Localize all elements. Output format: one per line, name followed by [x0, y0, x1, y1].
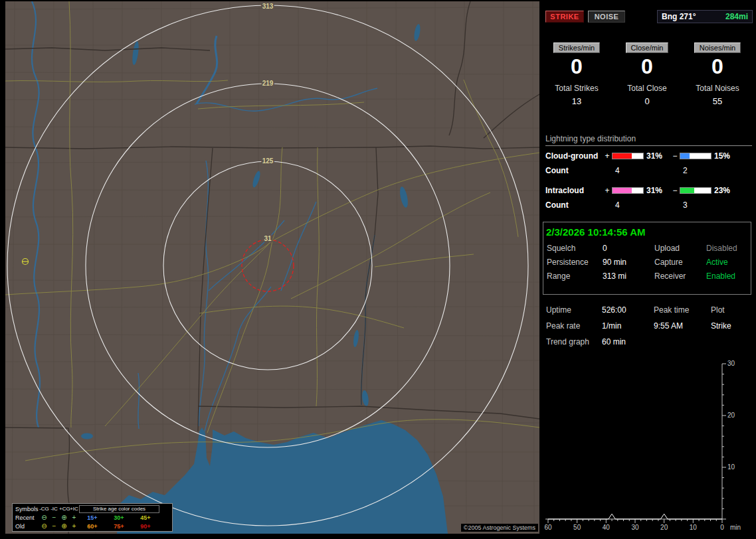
noises-column: Noises/min 0 Total Noises 55	[694, 41, 741, 106]
legend-col-pos-cg: +CG	[59, 506, 69, 512]
noise-mode-button[interactable]: NOISE	[588, 11, 625, 23]
circle-minus-icon: ⊖	[39, 514, 49, 521]
bearing-panel: Bng 271° 284mi	[657, 10, 753, 23]
cloud-ground-label: Cloud-ground	[545, 151, 603, 161]
persistence-value: 90 min	[603, 258, 654, 267]
ic-positive-count: 4	[612, 200, 644, 210]
legend-col-pos-ic: +IC	[69, 506, 79, 512]
trend-graph-chart: 1020306050403020100min	[543, 357, 754, 536]
datetime-status-panel: 2/3/2026 10:14:56 AM Squelch 0 Upload Di…	[543, 222, 751, 295]
svg-text:60: 60	[544, 524, 552, 531]
plot-value: Strike	[711, 321, 751, 331]
legend-age-header: Strike age color codes	[79, 505, 159, 513]
total-close-value: 0	[626, 96, 669, 106]
copyright-text: ©2005 Astrogenic Systems	[461, 524, 538, 532]
age-60: 60+	[79, 523, 106, 530]
count-label: Count	[545, 166, 603, 175]
minus-icon: −	[49, 523, 59, 530]
close-per-min-value: 0	[626, 54, 669, 78]
total-noises-value: 55	[694, 96, 741, 106]
receiver-value: Enabled	[706, 271, 750, 281]
total-strikes-label: Total Strikes	[553, 84, 600, 93]
upload-value: Disabled	[706, 244, 750, 253]
peak-rate-label: Peak rate	[546, 321, 602, 331]
svg-text:0: 0	[720, 524, 724, 531]
svg-text:20: 20	[727, 412, 735, 419]
age-15: 15+	[79, 514, 106, 521]
plus-icon: +	[69, 514, 79, 521]
age-45: 45+	[132, 514, 159, 521]
receiver-status-grid: Squelch 0 Upload Disabled Persistence 90…	[543, 244, 751, 281]
close-per-min-chip: Close/min	[626, 42, 669, 53]
trend-graph-value: 60 min	[602, 337, 654, 346]
rate-columns: Strikes/min 0 Total Strikes 13 Close/min…	[541, 41, 753, 106]
status-sidebar: STRIKE NOISE Bng 271° 284mi Strikes/min …	[541, 0, 756, 539]
close-column: Close/min 0 Total Close 0	[626, 41, 669, 106]
session-info-grid: Uptime 526:00 Peak time Plot Peak rate 1…	[543, 305, 754, 346]
strikes-per-min-value: 0	[553, 54, 600, 78]
range-label: Range	[547, 271, 603, 281]
legend-header-row: Symbols -CG -IC +CG +IC Strike age color…	[14, 504, 171, 513]
minus-sign: −	[670, 151, 680, 161]
minus-icon: −	[49, 514, 59, 521]
lightning-map: 313 219 125 31	[5, 1, 539, 534]
cloud-ground-row: Cloud-ground + 31% − 15%	[545, 149, 753, 163]
current-datetime: 2/3/2026 10:14:56 AM	[543, 222, 751, 238]
legend-old-row: Old ⊖ − ⊕ + 60+ 75+ 90+	[14, 522, 171, 530]
uptime-value: 526:00	[602, 305, 654, 315]
capture-label: Capture	[654, 258, 706, 267]
intracloud-row: Intracloud + 31% − 23%	[545, 183, 753, 198]
ring-label-219: 219	[262, 80, 274, 87]
svg-text:30: 30	[727, 360, 735, 367]
plus-icon: +	[69, 523, 79, 530]
cloud-ground-count-row: Count 4 2	[545, 163, 753, 178]
peak-time-label: Peak time	[654, 305, 711, 315]
distribution-section: Cloud-ground + 31% − 15% Count 4 2 Intra…	[545, 149, 753, 212]
legend-col-neg-cg: -CG	[39, 506, 49, 512]
map-canvas[interactable]: 313 219 125 31 Symbols -CG -IC +CG +IC S…	[5, 1, 539, 534]
trend-graph-label: Trend graph	[546, 337, 602, 346]
total-close-label: Total Close	[626, 84, 669, 93]
lake	[81, 433, 93, 439]
noises-per-min-chip: Noises/min	[694, 42, 741, 53]
age-75: 75+	[106, 523, 132, 530]
distribution-title: Lightning type distribution	[545, 134, 752, 146]
circle-minus-icon: ⊖	[39, 523, 49, 530]
ic-negative-bar	[680, 187, 711, 194]
cg-positive-pct: 31%	[644, 151, 670, 161]
circle-plus-icon: ⊕	[59, 514, 69, 521]
persistence-label: Persistence	[547, 258, 603, 267]
strike-mode-button[interactable]: STRIKE	[545, 11, 584, 23]
svg-text:min: min	[730, 524, 741, 531]
map-legend: Symbols -CG -IC +CG +IC Strike age color…	[12, 503, 173, 532]
cg-negative-bar	[680, 153, 711, 159]
strikes-per-min-chip: Strikes/min	[553, 42, 600, 53]
ring-label-125: 125	[262, 157, 274, 165]
svg-text:10: 10	[727, 463, 735, 471]
upload-label: Upload	[654, 244, 706, 253]
ring-label-313: 313	[262, 3, 274, 10]
legend-col-neg-ic: -IC	[49, 506, 59, 512]
cg-positive-count: 4	[612, 166, 644, 175]
legend-symbols-header: Symbols	[14, 506, 39, 512]
svg-text:30: 30	[631, 524, 639, 531]
ring-label-31: 31	[264, 235, 272, 242]
total-noises-label: Total Noises	[694, 84, 741, 93]
peak-time-value: 9:55 AM	[654, 321, 711, 331]
svg-text:20: 20	[660, 524, 668, 531]
legend-recent-label: Recent	[14, 514, 39, 521]
ic-positive-bar	[612, 187, 644, 194]
squelch-value: 0	[603, 244, 654, 253]
plus-sign: +	[603, 186, 612, 195]
minus-sign: −	[670, 186, 680, 195]
ic-negative-pct: 23%	[711, 186, 738, 195]
age-90: 90+	[132, 523, 159, 530]
plot-label: Plot	[711, 305, 751, 315]
circle-plus-icon: ⊕	[59, 523, 69, 530]
cg-positive-bar	[612, 153, 644, 159]
age-30: 30+	[106, 514, 132, 521]
ic-negative-count: 3	[680, 200, 711, 210]
uptime-label: Uptime	[546, 305, 602, 315]
noises-per-min-value: 0	[694, 54, 741, 78]
plus-sign: +	[603, 151, 612, 161]
